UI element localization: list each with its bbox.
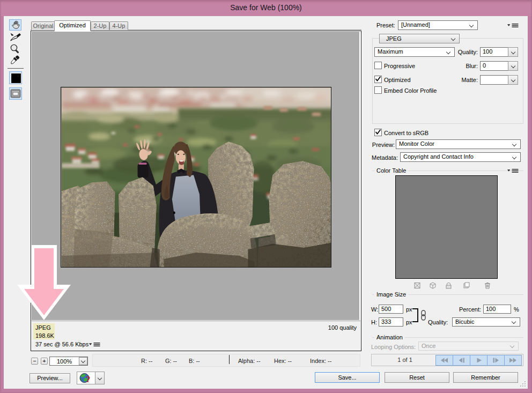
svg-text:?: ?: [86, 374, 91, 384]
